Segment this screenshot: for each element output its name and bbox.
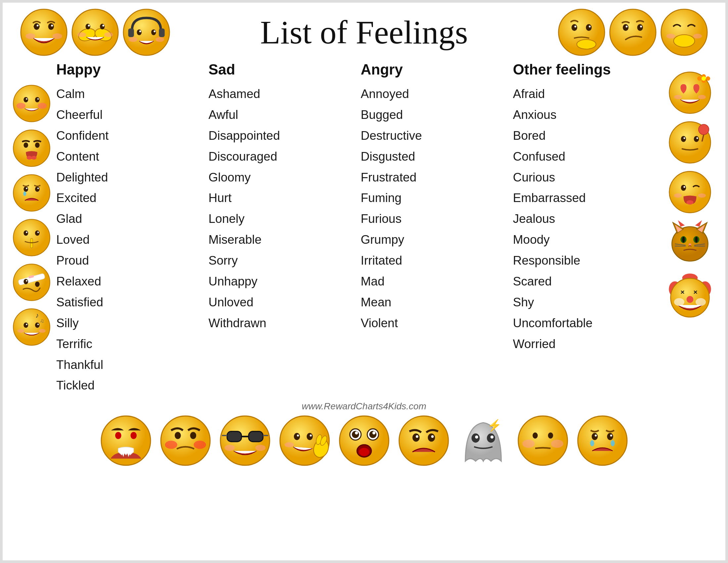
svg-point-181 (590, 440, 594, 446)
blushing-angry-icon (160, 415, 211, 466)
svg-point-168 (475, 436, 478, 439)
list-item: Terrific (56, 334, 202, 355)
angry-header: Angry (361, 61, 506, 78)
top-right-emojis (558, 8, 708, 56)
list-item: Frustrated (361, 167, 506, 188)
happy-wink-icon (20, 8, 68, 56)
svg-point-21 (139, 30, 141, 32)
waving-icon (279, 415, 330, 466)
happy-header: Happy (56, 61, 202, 78)
svg-point-60 (35, 230, 39, 236)
sad-list: Ashamed Awful Disappointed Discouraged G… (208, 84, 354, 334)
svg-point-161 (399, 416, 448, 465)
svg-point-92 (684, 137, 685, 139)
svg-point-69 (26, 280, 27, 282)
svg-point-20 (151, 29, 156, 35)
svg-point-134 (194, 441, 206, 449)
svg-point-122 (687, 296, 694, 303)
svg-point-109 (682, 236, 685, 242)
tongue-wink-icon (668, 170, 711, 213)
other-column: Other feelings Afraid Anxious Bored Conf… (513, 61, 659, 396)
list-item: Delighted (56, 167, 202, 188)
list-item: Jealous (513, 209, 659, 229)
tongue-angry-icon (13, 129, 51, 167)
svg-marker-105 (678, 220, 685, 227)
blush-icon (13, 84, 51, 122)
list-item: Curious (513, 167, 659, 188)
svg-point-142 (255, 445, 265, 451)
columns-wrapper: Happy Calm Cheerful Confident Content De… (53, 61, 662, 396)
list-item: Satisfied (56, 292, 202, 313)
list-item: Disgusted (361, 146, 506, 167)
svg-point-97 (687, 200, 694, 205)
list-item: Sorry (208, 250, 354, 271)
clapping-icon (71, 8, 119, 56)
svg-point-70 (13, 309, 50, 345)
svg-point-53 (23, 186, 28, 192)
svg-point-94 (669, 171, 711, 213)
list-item: Content (56, 146, 202, 167)
cat-devil-icon (668, 220, 711, 263)
list-item: Ashamed (208, 84, 354, 105)
bandage-icon (13, 263, 51, 302)
svg-point-84 (702, 76, 706, 81)
svg-point-35 (640, 25, 642, 27)
svg-point-132 (190, 432, 196, 440)
svg-point-27 (586, 24, 592, 31)
svg-point-29 (589, 25, 591, 27)
svg-point-38 (666, 34, 675, 39)
list-item: Loved (56, 229, 202, 250)
sad-header: Sad (208, 61, 354, 78)
svg-point-169 (490, 436, 493, 439)
thinking-icon (558, 8, 606, 56)
surprised-icon (339, 415, 390, 466)
svg-point-55 (26, 187, 27, 189)
svg-point-157 (355, 432, 358, 435)
list-item: Bugged (361, 105, 506, 125)
svg-point-19 (137, 29, 142, 35)
svg-point-74 (35, 323, 39, 328)
svg-point-10 (86, 23, 91, 29)
svg-point-98 (674, 193, 682, 198)
grumpy-icon (398, 415, 449, 466)
svg-point-49 (35, 142, 39, 148)
svg-point-28 (574, 25, 576, 27)
list-item: Excited (56, 188, 202, 209)
angry-list: Annoyed Bugged Destructive Disgusted Fru… (361, 84, 506, 334)
svg-point-13 (102, 24, 104, 26)
svg-text:♪: ♪ (35, 311, 39, 319)
list-item: Scared (513, 271, 659, 292)
svg-point-95 (681, 185, 686, 191)
svg-point-58 (13, 219, 50, 256)
svg-point-163 (428, 434, 435, 442)
svg-point-39 (693, 34, 702, 39)
svg-point-50 (26, 156, 32, 160)
list-item: Embarrassed (513, 188, 659, 209)
svg-point-47 (13, 130, 50, 166)
svg-text:⚡: ⚡ (487, 419, 501, 433)
svg-point-41 (23, 97, 28, 102)
svg-point-61 (26, 231, 27, 233)
svg-point-82 (706, 76, 710, 81)
svg-point-160 (359, 448, 369, 456)
svg-rect-137 (249, 432, 263, 442)
list-item: Gloomy (208, 167, 354, 188)
svg-point-68 (35, 282, 39, 287)
svg-point-173 (548, 433, 553, 439)
svg-point-123 (674, 298, 684, 306)
content-area: ♪ ♫ Happy Calm Cheerful Confident (0, 58, 728, 399)
list-item: Calm (56, 84, 202, 105)
shush-icon (13, 218, 51, 257)
svg-text:♫: ♫ (40, 318, 44, 324)
svg-point-93 (697, 137, 698, 139)
svg-point-179 (595, 435, 597, 437)
svg-point-26 (571, 24, 577, 31)
list-item: Shy (513, 292, 659, 313)
list-item: Miserable (208, 229, 354, 250)
list-item: Irritated (361, 250, 506, 271)
svg-point-30 (577, 39, 596, 49)
list-item: Responsible (513, 250, 659, 271)
svg-point-141 (224, 445, 235, 451)
sunglasses-icon (219, 415, 271, 466)
svg-point-162 (412, 434, 420, 442)
